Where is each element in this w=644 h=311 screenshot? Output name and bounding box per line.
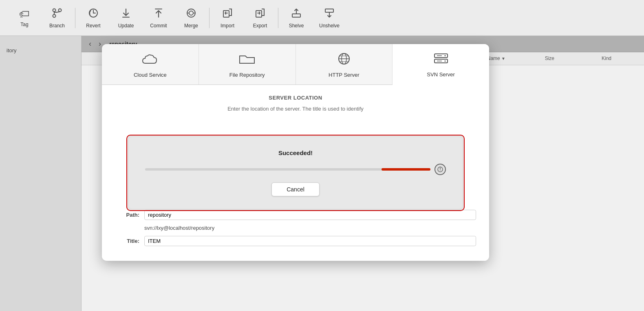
toolbar-sep-2 bbox=[209, 8, 210, 28]
toolbar-revert-label: Revert bbox=[86, 23, 100, 29]
cancel-button[interactable]: Cancel bbox=[271, 182, 320, 196]
tab-cloud-service[interactable]: Cloud Service bbox=[102, 44, 199, 84]
svg-point-8 bbox=[189, 11, 193, 15]
svg-rect-12 bbox=[256, 11, 262, 17]
revert-icon bbox=[88, 7, 99, 20]
tab-bar: Cloud Service File Repository bbox=[102, 44, 489, 85]
svg-point-25 bbox=[444, 60, 446, 62]
progress-dialog: Succeeded! bbox=[129, 137, 462, 209]
svg-point-1 bbox=[53, 14, 56, 17]
repo-dialog: Cloud Service File Repository bbox=[102, 44, 489, 261]
shelve-icon bbox=[291, 7, 302, 20]
tab-http-label: HTTP Server bbox=[329, 72, 359, 78]
dialog-content: SERVER LOCATION Enter the location of th… bbox=[102, 85, 489, 261]
toolbar-update[interactable]: Update bbox=[110, 4, 142, 32]
toolbar-sep-1 bbox=[75, 8, 75, 28]
svg-point-24 bbox=[444, 55, 446, 56]
svg-point-2 bbox=[59, 9, 62, 11]
export-icon bbox=[254, 7, 266, 20]
svg-rect-11 bbox=[223, 11, 229, 17]
toolbar: 🏷 Tag Branch Revert bbox=[0, 0, 644, 36]
toolbar-merge-label: Merge bbox=[184, 23, 198, 29]
tab-svn-server[interactable]: SVN Server bbox=[393, 44, 489, 85]
toolbar-revert[interactable]: Revert bbox=[77, 4, 110, 32]
globe-icon bbox=[335, 52, 353, 68]
toolbar-update-label: Update bbox=[118, 23, 134, 29]
toolbar-branch-label: Branch bbox=[49, 23, 65, 29]
progress-dialog-wrapper: Succeeded! bbox=[102, 85, 489, 261]
unshelve-icon bbox=[324, 7, 335, 20]
toolbar-export-label: Export bbox=[253, 23, 267, 29]
toolbar-unshelve-label: Unshelve bbox=[319, 23, 340, 29]
toolbar-shelve[interactable]: Shelve bbox=[280, 4, 313, 32]
toolbar-tag-label: Tag bbox=[20, 22, 28, 27]
svg-point-28 bbox=[440, 170, 441, 171]
progress-bar-container bbox=[145, 164, 446, 175]
server-icon bbox=[432, 51, 450, 67]
tab-file-repository[interactable]: File Repository bbox=[199, 44, 296, 84]
progress-stop-button[interactable] bbox=[434, 164, 446, 175]
toolbar-import-label: Import bbox=[221, 23, 234, 29]
toolbar-merge[interactable]: Merge bbox=[175, 4, 207, 32]
nav-back-button[interactable]: ‹ bbox=[87, 39, 93, 49]
svg-point-0 bbox=[53, 9, 56, 11]
toolbar-tag[interactable]: 🏷 Tag bbox=[8, 5, 41, 31]
sidebar: itory bbox=[0, 36, 82, 311]
sidebar-label: itory bbox=[0, 44, 81, 57]
toolbar-commit[interactable]: Commit bbox=[142, 4, 175, 32]
toolbar-sep-3 bbox=[278, 8, 278, 28]
progress-bar-track bbox=[145, 168, 430, 171]
progress-bar-fill bbox=[382, 168, 430, 171]
toolbar-export[interactable]: Export bbox=[244, 4, 276, 32]
folder-icon bbox=[238, 52, 256, 68]
col-header-size: Size bbox=[545, 56, 554, 61]
toolbar-import[interactable]: Import bbox=[211, 4, 244, 32]
tab-cloud-label: Cloud Service bbox=[134, 72, 167, 78]
toolbar-commit-label: Commit bbox=[150, 23, 167, 29]
import-icon bbox=[222, 7, 233, 20]
col-header-kind: Kind bbox=[602, 56, 611, 61]
tab-http-server[interactable]: HTTP Server bbox=[296, 44, 393, 84]
main-area: ‹ › repository TODAY Name ▼ Size Kind Cl… bbox=[82, 36, 644, 311]
toolbar-unshelve[interactable]: Unshelve bbox=[313, 4, 346, 32]
commit-icon bbox=[153, 7, 164, 20]
tab-file-label: File Repository bbox=[229, 72, 265, 78]
progress-message: Succeeded! bbox=[278, 149, 313, 156]
col-header-name: Name ▼ bbox=[487, 56, 505, 61]
svg-rect-13 bbox=[292, 14, 300, 17]
tag-icon: 🏷 bbox=[19, 9, 30, 19]
merge-icon bbox=[185, 7, 197, 20]
progress-dialog-border: Succeeded! bbox=[126, 135, 465, 211]
toolbar-branch[interactable]: Branch bbox=[41, 4, 73, 32]
cloud-icon bbox=[141, 52, 159, 68]
sort-icon: ▼ bbox=[501, 56, 505, 61]
branch-icon bbox=[51, 7, 63, 20]
tab-svn-label: SVN Server bbox=[427, 71, 455, 78]
toolbar-shelve-label: Shelve bbox=[289, 23, 304, 29]
update-icon bbox=[120, 7, 132, 20]
svg-rect-14 bbox=[325, 9, 333, 12]
